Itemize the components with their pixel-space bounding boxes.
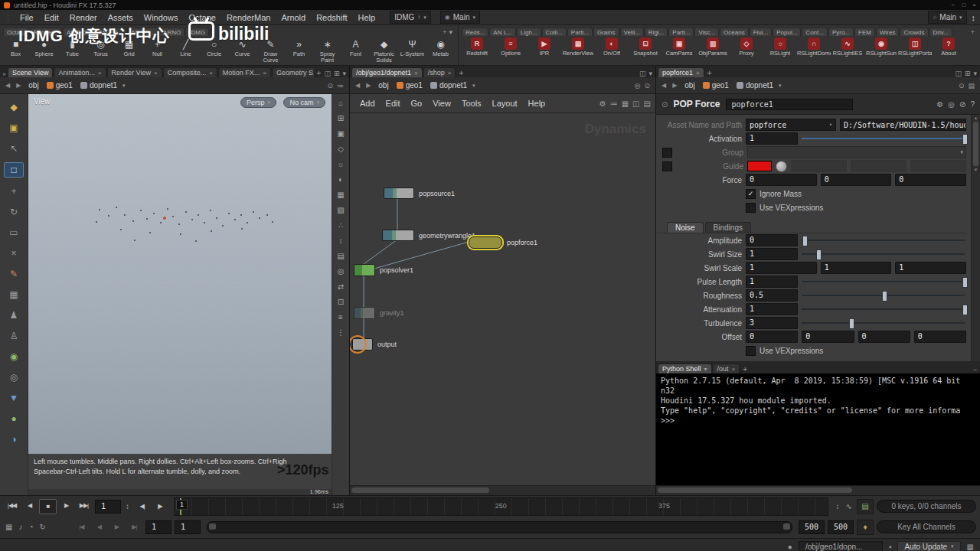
- chevron-down-icon[interactable]: ▾: [779, 83, 782, 89]
- box-tool[interactable]: ■ Box: [2, 37, 30, 57]
- path-tool[interactable]: » Path: [285, 37, 313, 57]
- character-tool-icon[interactable]: ♟: [5, 308, 23, 322]
- network-menu-item[interactable]: Layout: [487, 98, 523, 109]
- prev-frame-button[interactable]: ◀|: [134, 500, 150, 514]
- network-menu-item[interactable]: Edit: [381, 98, 406, 109]
- desktop-right-selector[interactable]: ⌂ Main ▾: [928, 11, 966, 24]
- delete-tool-icon[interactable]: ×: [5, 246, 23, 260]
- key-icon[interactable]: ♦: [857, 520, 874, 535]
- points-icon[interactable]: ∴: [335, 220, 347, 230]
- rotate-tool-icon[interactable]: ↻: [5, 205, 23, 219]
- menu-item[interactable]: Assets: [103, 12, 139, 23]
- shade-icon[interactable]: ◐: [335, 174, 347, 184]
- node-name-field[interactable]: popforce1: [726, 99, 853, 110]
- pane-tab[interactable]: Geometry S...×: [272, 67, 314, 77]
- offset-y-input[interactable]: 0: [802, 331, 854, 343]
- node-popforce1[interactable]: popforce1: [469, 236, 537, 249]
- platonic-solids-tool[interactable]: ◆ Platonic Solids: [370, 37, 398, 64]
- scoped-channels-icon[interactable]: ↕: [835, 502, 841, 510]
- shelf-tab[interactable]: Flui...: [750, 28, 773, 36]
- pane-tab[interactable]: /out×: [713, 364, 740, 373]
- frame-view-icon[interactable]: ⊞: [335, 113, 347, 123]
- network-menu-item[interactable]: Tools: [456, 98, 487, 109]
- network-hscrollbar[interactable]: [350, 485, 655, 495]
- offset-w-input[interactable]: 0: [914, 331, 966, 343]
- range-prev-button[interactable]: ◀: [91, 520, 107, 534]
- shelf-tab[interactable]: FEM: [854, 28, 875, 36]
- use-vexpressions2-checkbox[interactable]: [746, 346, 756, 356]
- no-cam-menu[interactable]: No cam▾: [283, 97, 325, 108]
- node-geometrywrangle1[interactable]: geometrywrangle1: [382, 230, 475, 241]
- maximize-button[interactable]: □: [962, 2, 965, 8]
- attenuation-input[interactable]: 1: [746, 303, 798, 315]
- next-frame-button[interactable]: |▶: [152, 500, 168, 514]
- grid-icon[interactable]: ▦: [622, 99, 629, 108]
- realtime-icon[interactable]: ◔: [27, 523, 34, 531]
- shelf-tab[interactable]: IDMG: [185, 28, 209, 36]
- pin-icon[interactable]: ⊙: [959, 82, 965, 90]
- chevron-down-icon[interactable]: ▾: [449, 28, 452, 36]
- viewport[interactable]: View Persp▾ No cam▾ Left mouse tumbles. …: [28, 94, 332, 495]
- path-segment[interactable]: obj: [374, 80, 392, 90]
- shelf-tab[interactable]: Grains: [593, 28, 619, 36]
- snap-icon[interactable]: ◎: [335, 266, 347, 276]
- amplitude-input[interactable]: 0: [746, 234, 798, 246]
- sphere-state-icon[interactable]: ●: [5, 412, 23, 425]
- snapshot-icon[interactable]: ⊡: [335, 297, 347, 307]
- close-icon[interactable]: ×: [448, 70, 452, 77]
- shelf-add-icon[interactable]: +: [443, 28, 446, 36]
- sphere-tool[interactable]: ● Sphere: [30, 37, 58, 57]
- lock-icon[interactable]: ⊘: [959, 100, 965, 109]
- swirl-scale-y-input[interactable]: 1: [821, 262, 892, 274]
- play-button[interactable]: ▶: [58, 499, 74, 513]
- scene-selector[interactable]: ◉ Main ▾: [440, 11, 480, 24]
- null-tool[interactable]: + Null: [143, 37, 172, 57]
- search-icon[interactable]: ◎: [948, 100, 955, 109]
- pulse-length-input[interactable]: 1: [746, 276, 798, 288]
- shelf-tab[interactable]: Octa...: [3, 28, 29, 36]
- help-icon[interactable]: ?: [970, 100, 975, 109]
- normals-icon[interactable]: ↕: [335, 236, 347, 246]
- rs-options-tool[interactable]: ≡ Options: [494, 37, 528, 57]
- shelf-tab[interactable]: Pyro...: [828, 28, 854, 36]
- activation-input[interactable]: 1: [746, 132, 798, 145]
- pane-tab[interactable]: /obj/geo1/dopnet1×: [351, 67, 423, 77]
- shelf-tab[interactable]: AN TO...: [127, 28, 158, 36]
- range-next-button[interactable]: ▶: [109, 520, 125, 534]
- redshift-tool[interactable]: R Redshift: [460, 37, 494, 57]
- node-output[interactable]: output: [352, 338, 397, 350]
- params-vscrollbar[interactable]: ▲ ▼: [971, 115, 980, 361]
- camera-view-icon[interactable]: ▣: [335, 129, 347, 139]
- close-button[interactable]: ×: [972, 2, 976, 8]
- close-icon[interactable]: ×: [732, 366, 736, 373]
- swirl-scale-z-input[interactable]: 1: [895, 262, 966, 274]
- pane-menu-icon[interactable]: −: [973, 366, 977, 373]
- pane-split-icon[interactable]: ◫: [324, 70, 331, 77]
- shelf-tab[interactable]: Visc...: [694, 28, 719, 36]
- activation-slider[interactable]: [802, 133, 966, 144]
- ignore-mass-checkbox[interactable]: ✓: [746, 189, 756, 199]
- use-vexpressions-checkbox[interactable]: [746, 203, 756, 213]
- motion-path-icon[interactable]: ∿: [844, 502, 854, 510]
- menu-item[interactable]: Render: [64, 12, 103, 23]
- shell-hscrollbar[interactable]: [656, 485, 980, 495]
- shelf-tab[interactable]: Velli...: [620, 28, 644, 36]
- range-start-button[interactable]: |◀: [74, 520, 90, 534]
- node-gravity1[interactable]: gravity1: [354, 307, 404, 319]
- close-icon[interactable]: ×: [209, 70, 213, 77]
- new-tab-button[interactable]: +: [740, 365, 750, 373]
- guide-color-knob[interactable]: [776, 161, 787, 172]
- timeline-ruler[interactable]: 1 125 250 375: [174, 497, 828, 516]
- l-system-tool[interactable]: Ψ L-System: [398, 37, 426, 57]
- force-x-input[interactable]: 0: [746, 174, 817, 186]
- current-frame-field[interactable]: 1: [95, 500, 121, 514]
- path-segment[interactable]: geo1: [393, 80, 426, 90]
- spreadsheet-icon[interactable]: ▤: [857, 499, 874, 514]
- playback-end-field[interactable]: 500: [828, 520, 854, 534]
- menu-item[interactable]: Arnold: [276, 12, 311, 23]
- gear-icon[interactable]: ⚙: [599, 99, 606, 108]
- node-popsolver1[interactable]: popsolver1: [354, 264, 413, 276]
- key-all-channels-button[interactable]: Key All Channels: [877, 520, 976, 533]
- pane-grid-icon[interactable]: ⊞: [965, 70, 971, 77]
- shelf-tab[interactable]: Rigi...: [645, 28, 668, 36]
